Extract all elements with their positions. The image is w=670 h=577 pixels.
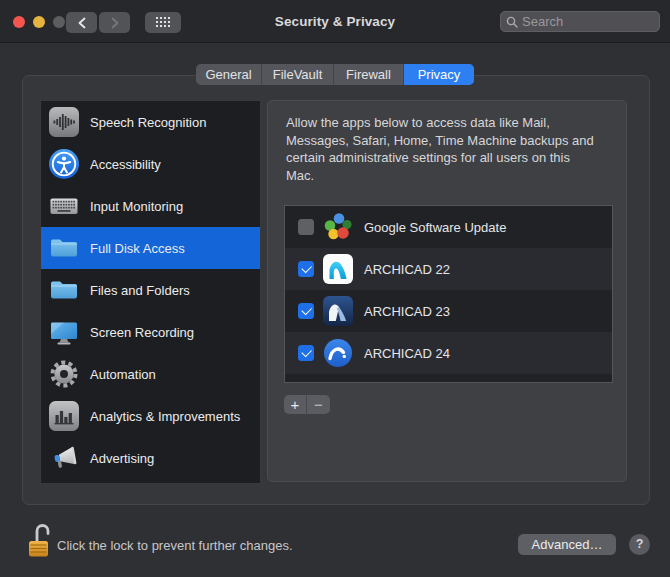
- sidebar-item-advertising[interactable]: Advertising: [41, 437, 260, 479]
- title-bar: Security & Privacy: [0, 0, 670, 43]
- allowed-apps-list[interactable]: Google Software Update ARCHICAD 22: [284, 205, 613, 383]
- sidebar-item-label: Accessibility: [90, 157, 161, 172]
- keyboard-icon: [49, 191, 79, 221]
- search-icon: [506, 16, 518, 28]
- gear-icon: [49, 359, 79, 389]
- sidebar-item-label: Speech Recognition: [90, 115, 206, 130]
- privacy-detail-panel: Allow the apps below to access data like…: [267, 100, 627, 482]
- search-field[interactable]: [500, 11, 660, 32]
- sidebar-item-automation[interactable]: Automation: [41, 353, 260, 395]
- accessibility-icon: [49, 149, 79, 179]
- app-name: Google Software Update: [364, 220, 506, 235]
- archicad-22-icon: [323, 254, 353, 284]
- lock-icon[interactable]: [28, 521, 52, 563]
- app-row-google-software-update[interactable]: Google Software Update: [285, 206, 612, 248]
- tab-bar: General FileVault Firewall Privacy: [196, 64, 474, 85]
- display-icon: [49, 317, 79, 347]
- app-name: ARCHICAD 23: [364, 304, 450, 319]
- app-row-archicad-24[interactable]: ARCHICAD 24: [285, 332, 612, 374]
- sidebar-item-label: Full Disk Access: [90, 241, 185, 256]
- advanced-button[interactable]: Advanced…: [518, 534, 616, 555]
- app-name: ARCHICAD 24: [364, 346, 450, 361]
- app-checkbox[interactable]: [298, 345, 314, 361]
- sidebar-item-accessibility[interactable]: Accessibility: [41, 143, 260, 185]
- folder-icon: [49, 233, 79, 263]
- sidebar-item-full-disk-access[interactable]: Full Disk Access: [41, 227, 260, 269]
- app-name: ARCHICAD 22: [364, 262, 450, 277]
- add-remove-control: + −: [284, 395, 330, 414]
- sidebar-item-analytics[interactable]: Analytics & Improvements: [41, 395, 260, 437]
- sidebar-item-label: Files and Folders: [90, 283, 190, 298]
- lock-hint-text: Click the lock to prevent further change…: [57, 538, 293, 553]
- security-privacy-window: Security & Privacy General FileVault Fir…: [0, 0, 670, 577]
- tab-general[interactable]: General: [196, 64, 262, 85]
- sidebar-item-label: Analytics & Improvements: [90, 409, 240, 424]
- tab-filevault[interactable]: FileVault: [262, 64, 334, 85]
- app-checkbox[interactable]: [298, 219, 314, 235]
- app-checkbox[interactable]: [298, 261, 314, 277]
- sidebar-item-files-and-folders[interactable]: Files and Folders: [41, 269, 260, 311]
- panel-description: Allow the apps below to access data like…: [286, 114, 621, 184]
- add-app-button[interactable]: +: [284, 395, 307, 414]
- google-software-update-icon: [323, 212, 353, 242]
- sidebar-item-label: Input Monitoring: [90, 199, 183, 214]
- app-checkbox[interactable]: [298, 303, 314, 319]
- archicad-23-icon: [323, 296, 353, 326]
- folder-icon: [49, 275, 79, 305]
- remove-app-button[interactable]: −: [307, 395, 330, 414]
- bar-chart-icon: [49, 401, 79, 431]
- sidebar-item-speech-recognition[interactable]: Speech Recognition: [41, 101, 260, 143]
- privacy-category-list: Speech Recognition Accessibility: [40, 100, 261, 484]
- app-row-archicad-22[interactable]: ARCHICAD 22: [285, 248, 612, 290]
- waveform-icon: [49, 107, 79, 137]
- tab-firewall[interactable]: Firewall: [334, 64, 404, 85]
- sidebar-item-label: Automation: [90, 367, 156, 382]
- megaphone-icon: [49, 443, 79, 473]
- tab-privacy[interactable]: Privacy: [404, 64, 474, 85]
- archicad-24-icon: [323, 338, 353, 368]
- sidebar-item-screen-recording[interactable]: Screen Recording: [41, 311, 260, 353]
- sidebar-item-label: Advertising: [90, 451, 154, 466]
- help-button[interactable]: ?: [629, 534, 650, 555]
- sidebar-item-input-monitoring[interactable]: Input Monitoring: [41, 185, 260, 227]
- app-row-archicad-23[interactable]: ARCHICAD 23: [285, 290, 612, 332]
- sidebar-item-label: Screen Recording: [90, 325, 194, 340]
- search-input[interactable]: [522, 14, 654, 29]
